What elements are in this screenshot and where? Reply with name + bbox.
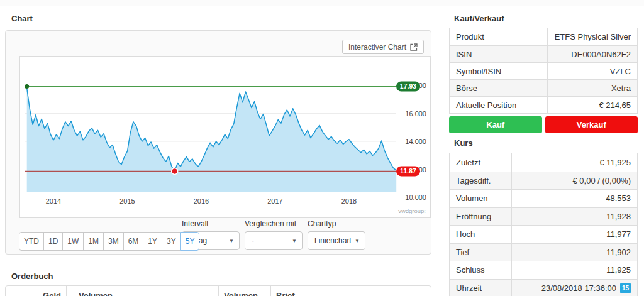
range-button-1m[interactable]: 1M — [83, 232, 104, 251]
range-button-group: YTD1D1W1M3M6M1Y3Y5Y — [19, 232, 199, 251]
y-axis-label: 10.000 — [405, 194, 426, 201]
range-button-5y[interactable]: 5Y — [180, 232, 200, 251]
range-button-6m[interactable]: 6M — [123, 232, 144, 251]
row-label: Tief — [450, 244, 512, 261]
control-group-vergleichen-mit: Vergleichen mit-▼ — [245, 219, 303, 250]
row-value-text: 23/08/2018 17:36:00 — [541, 283, 616, 293]
orderbuch-col-header: Volumen — [67, 286, 118, 296]
table-row: Zuletzt€ 11,925 — [450, 153, 637, 172]
range-button-1d[interactable]: 1D — [43, 232, 63, 251]
row-label: Symbol/ISIN — [450, 63, 548, 79]
page: Chart Interactiver Chart 10.00012.00014.… — [0, 0, 644, 296]
orderbuch-card: GeldVolumenVolumenBrief — [5, 285, 431, 296]
vwdgroup-watermark: vwdgroup: — [398, 207, 426, 214]
orderbuch-col-header — [319, 286, 431, 296]
row-value: € 0,00 / (0,00%) — [512, 172, 637, 190]
row-value-text: € 11,925 — [599, 158, 631, 167]
orderbuch-header-row: GeldVolumenVolumenBrief — [6, 286, 431, 296]
table-row: ProduktETFS Physical Silver — [450, 28, 637, 45]
row-value: € 11,925 — [512, 153, 637, 172]
time-badge: 15 — [620, 283, 631, 293]
row-value-text: Xetra — [611, 84, 631, 93]
x-axis-label: 2014 — [46, 197, 61, 205]
orderbuch-section-title: Orderbuch — [11, 271, 53, 281]
row-label: Börse — [450, 80, 548, 96]
row-value-text: € 0,00 / (0,00%) — [573, 176, 631, 185]
orderbuch-col-header: Volumen — [219, 286, 271, 296]
orderbuch-col-header: Geld — [19, 286, 67, 296]
table-row: BörseXetra — [450, 79, 637, 96]
price-area-fill — [27, 88, 397, 192]
chevron-down-icon: ▼ — [229, 238, 234, 244]
range-button-ytd[interactable]: YTD — [19, 232, 44, 251]
charttyp-value: Linienchart — [314, 236, 352, 245]
interactive-chart-label: Interactiver Chart — [348, 43, 406, 52]
orderbuch-col-header: Brief — [271, 286, 319, 296]
trade-buttons-row: Kauf Verkauf — [449, 116, 638, 133]
chevron-down-icon: ▼ — [355, 238, 360, 244]
row-value: 23/08/2018 17:36:0015 — [512, 280, 637, 296]
charttyp-select[interactable]: Linienchart▼ — [308, 231, 365, 250]
price-chart: 10.00012.00014.00016.00018.0002014201520… — [20, 57, 430, 217]
row-value: 11,928 — [512, 208, 637, 226]
chart-plot-region[interactable]: 10.00012.00014.00016.00018.0002014201520… — [19, 56, 431, 218]
intervall-label: Intervall — [182, 219, 240, 228]
price-badge-label: 17.93 — [400, 82, 416, 90]
row-value-text: 11,928 — [606, 212, 631, 221]
x-axis-label: 2016 — [194, 197, 209, 205]
range-button-3y[interactable]: 3Y — [162, 232, 181, 251]
high-start-dot — [25, 84, 29, 89]
kurs-title: Kurs — [454, 138, 473, 148]
x-axis-label: 2015 — [119, 197, 135, 205]
row-label: Aktuelle Position — [450, 97, 548, 113]
row-value: € 214,65 — [548, 97, 637, 113]
row-value: 11,925 — [512, 261, 637, 279]
kauf-verkauf-title: Kauf/Verkauf — [454, 14, 504, 23]
table-row: Eröffnung11,928 — [450, 207, 637, 226]
chart-section-title: Chart — [11, 14, 33, 23]
row-value-text: 11,925 — [606, 265, 631, 275]
row-label: Uhrzeit — [450, 280, 512, 296]
table-row: Schluss11,925 — [450, 261, 637, 279]
row-label: Tagesdiff. — [450, 172, 512, 190]
row-label: Schluss — [450, 261, 512, 279]
vergleichen-mit-select[interactable]: -▼ — [245, 231, 303, 250]
row-value: ETFS Physical Silver — [548, 28, 637, 45]
table-row: Hoch11,977 — [450, 225, 637, 243]
row-value-text: 48.553 — [606, 194, 631, 203]
row-value: 11,977 — [512, 226, 637, 243]
orderbuch-col-header — [118, 286, 219, 296]
price-badge-label: 11.87 — [400, 167, 416, 175]
chevron-down-icon: ▼ — [292, 238, 297, 244]
kauf-button[interactable]: Kauf — [449, 116, 542, 133]
row-label: Produkt — [450, 28, 548, 45]
range-button-3m[interactable]: 3M — [103, 232, 124, 251]
table-row: Aktuelle Position€ 214,65 — [450, 96, 637, 113]
external-link-icon — [410, 43, 418, 51]
kurs-table: Zuletzt€ 11,925Tagesdiff.€ 0,00 / (0,00%… — [449, 153, 638, 296]
y-axis-label: 14.000 — [405, 138, 426, 145]
row-value-text: DE000A0N62F2 — [571, 50, 631, 59]
range-button-1y[interactable]: 1Y — [143, 232, 162, 251]
row-value-text: 11,977 — [606, 229, 631, 239]
range-button-1w[interactable]: 1W — [62, 232, 84, 251]
verkauf-button[interactable]: Verkauf — [545, 116, 638, 133]
table-row: Uhrzeit23/08/2018 17:36:0015 — [450, 279, 637, 296]
table-row: Symbol/ISINVZLC — [450, 62, 637, 79]
interactive-chart-button[interactable]: Interactiver Chart — [342, 40, 424, 54]
row-value-text: 11,902 — [606, 248, 631, 257]
control-group-charttyp: CharttypLinienchart▼ — [308, 219, 365, 250]
charttyp-label: Charttyp — [308, 219, 365, 228]
row-value: VZLC — [548, 63, 637, 79]
kauf-verkauf-table: ProduktETFS Physical SilverISINDE000A0N6… — [449, 28, 638, 114]
table-row: Tief11,902 — [450, 243, 637, 261]
row-label: Eröffnung — [450, 208, 512, 226]
x-axis-label: 2018 — [341, 197, 357, 205]
vergleichen-mit-value: - — [252, 236, 254, 245]
x-axis-label: 2017 — [267, 197, 282, 205]
low-point-dot — [172, 168, 178, 174]
row-label: Volumen — [450, 190, 512, 207]
vergleichen-mit-label: Vergleichen mit — [245, 219, 303, 228]
chart-card: Interactiver Chart 10.00012.00014.00016.… — [5, 30, 431, 255]
y-axis-label: 16.000 — [405, 110, 426, 118]
